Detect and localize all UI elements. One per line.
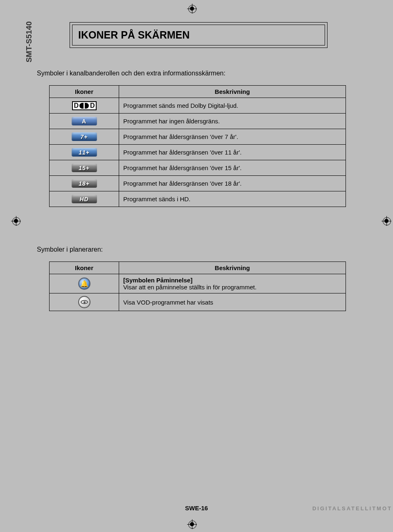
table-row: HDProgrammet sänds i HD. bbox=[50, 191, 346, 207]
footer-right-text: DIGITALSATELLITMOT bbox=[312, 505, 392, 512]
desc-cell: Programmet har ingen åldersgräns. bbox=[119, 114, 346, 129]
col-header-desc: Beskrivning bbox=[119, 262, 346, 274]
icon-cell: 11+ bbox=[50, 145, 119, 160]
desc-cell: Visa VOD-programmet har visats bbox=[119, 293, 346, 311]
col-header-icons: Ikoner bbox=[50, 262, 119, 274]
intro-text-2: Symboler i planeraren: bbox=[37, 246, 103, 253]
rating-badge-icon: 7+ bbox=[72, 132, 97, 141]
icons-table-2: Ikoner Beskrivning 🔔[Symbolen Påminnelse… bbox=[49, 261, 346, 311]
registration-mark-icon bbox=[188, 521, 196, 528]
registration-mark-icon bbox=[383, 217, 390, 225]
rating-badge-icon: 15+ bbox=[72, 164, 97, 172]
icons-table-1: Ikoner Beskrivning DDProgrammet sänds me… bbox=[49, 85, 346, 207]
desc-cell: Programmet har åldersgränsen 'över 18 år… bbox=[119, 176, 346, 191]
model-label: SMT-S5140 bbox=[25, 21, 34, 62]
icon-cell: A bbox=[50, 114, 119, 129]
rating-badge-icon: 11+ bbox=[72, 148, 97, 157]
registration-mark-icon bbox=[188, 5, 196, 12]
desc-cell: Programmet sänds med Dolby Digital-ljud. bbox=[119, 98, 346, 114]
icon-cell: 18+ bbox=[50, 176, 119, 191]
table-row: 7+Programmet har åldersgränsen 'över 7 å… bbox=[50, 129, 346, 145]
page-title: IKONER PÅ SKÄRMEN bbox=[72, 25, 325, 45]
table-row: 11+Programmet har åldersgränsen 'över 11… bbox=[50, 145, 346, 160]
vod-icon bbox=[78, 296, 90, 308]
table-row: AProgrammet har ingen åldersgräns. bbox=[50, 114, 346, 129]
table-row: DDProgrammet sänds med Dolby Digital-lju… bbox=[50, 98, 346, 114]
desc-cell: Programmet sänds i HD. bbox=[119, 191, 346, 207]
col-header-desc: Beskrivning bbox=[119, 86, 346, 98]
dolby-icon: DD bbox=[72, 101, 97, 110]
title-frame: IKONER PÅ SKÄRMEN bbox=[70, 22, 328, 48]
rating-badge-icon: 18+ bbox=[72, 179, 97, 188]
icon-cell: 15+ bbox=[50, 160, 119, 176]
table-row: 15+Programmet har åldersgränsen 'över 15… bbox=[50, 160, 346, 176]
intro-text-1: Symboler i kanalbanderollen och den extr… bbox=[37, 70, 226, 77]
desc-cell: Programmet har åldersgränsen 'över 15 år… bbox=[119, 160, 346, 176]
icon-cell bbox=[50, 293, 119, 311]
icon-cell: 7+ bbox=[50, 129, 119, 145]
table-row: 18+Programmet har åldersgränsen 'över 18… bbox=[50, 176, 346, 191]
table-row: 🔔[Symbolen Påminnelse]Visar att en påmin… bbox=[50, 274, 346, 293]
desc-cell: Programmet har åldersgränsen 'över 7 år'… bbox=[119, 129, 346, 145]
registration-mark-icon bbox=[12, 217, 20, 225]
col-header-icons: Ikoner bbox=[50, 86, 119, 98]
table-row: Visa VOD-programmet har visats bbox=[50, 293, 346, 311]
icon-cell: 🔔 bbox=[50, 274, 119, 293]
rating-badge-icon: HD bbox=[72, 195, 97, 203]
desc-cell: [Symbolen Påminnelse]Visar att en påminn… bbox=[119, 274, 346, 293]
reminder-icon: 🔔 bbox=[78, 277, 90, 290]
icon-cell: DD bbox=[50, 98, 119, 114]
rating-badge-icon: A bbox=[72, 117, 97, 125]
desc-cell: Programmet har åldersgränsen 'över 11 år… bbox=[119, 145, 346, 160]
icon-cell: HD bbox=[50, 191, 119, 207]
